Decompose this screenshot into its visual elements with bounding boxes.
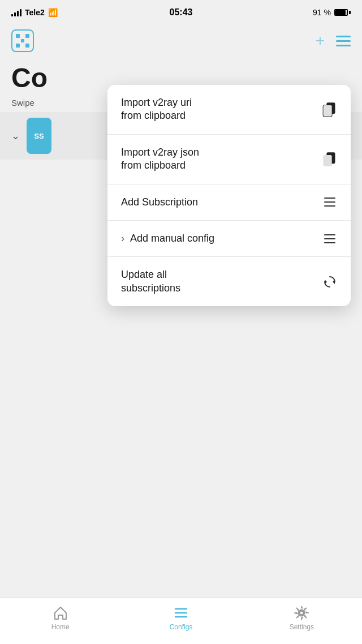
copy-json-icon [321,151,337,167]
status-bar: Tele2 📶 05:43 91 % [0,0,362,25]
signal-icon [11,8,21,16]
add-subscription-label: Add Subscription [121,196,198,209]
main-content: Co Swipe ng All ⌄ SS i Import v2ray urif… [0,57,362,597]
menu-button[interactable] [336,36,351,46]
refresh-icon [322,274,337,289]
toolbar-right: + [316,33,351,49]
copy-uri-icon [321,101,337,117]
bottom-nav: Home Configs Settings [0,597,362,644]
time-label: 05:43 [170,7,193,18]
nav-settings[interactable]: Settings [242,605,362,631]
add-button[interactable]: + [316,33,325,49]
svg-rect-2 [324,105,332,117]
dropdown-overlay: Import v2ray urifrom clipboard Import v2… [0,57,362,597]
dropdown-menu: Import v2ray urifrom clipboard Import v2… [107,85,351,306]
nav-configs[interactable]: Configs [120,605,241,631]
settings-icon [294,605,309,621]
nav-settings-label: Settings [290,623,314,631]
svg-rect-4 [324,155,332,166]
nav-configs-label: Configs [170,623,193,631]
add-subscription-button[interactable]: Add Subscription [107,184,351,221]
top-toolbar: + [0,25,362,57]
wifi-icon: 📶 [48,8,58,17]
update-subscriptions-button[interactable]: Update allsubscriptions [107,257,351,306]
nav-home-label: Home [51,623,70,631]
svg-marker-11 [333,280,335,284]
add-manual-label: Add manual config [130,232,214,245]
home-icon [53,605,68,621]
nav-home[interactable]: Home [0,605,120,631]
qr-scan-button[interactable] [11,29,34,52]
list-icon [322,196,337,208]
svg-marker-12 [325,280,327,284]
svg-point-18 [300,611,303,615]
battery-label: 91 % [313,8,331,17]
configs-icon [173,605,189,621]
chevron-right-icon: › [121,233,124,244]
update-subscriptions-label: Update allsubscriptions [121,268,180,295]
import-json-button[interactable]: Import v2ray jsonfrom clipboard [107,135,351,184]
import-uri-button[interactable]: Import v2ray urifrom clipboard [107,85,351,135]
import-uri-label: Import v2ray urifrom clipboard [121,96,192,123]
battery-icon [334,9,351,16]
list-icon-2 [322,233,337,245]
import-json-label: Import v2ray jsonfrom clipboard [121,146,199,173]
status-left: Tele2 📶 [11,8,58,17]
carrier-label: Tele2 [25,8,45,17]
add-manual-config-button[interactable]: › Add manual config [107,221,351,257]
status-right: 91 % [313,8,351,17]
